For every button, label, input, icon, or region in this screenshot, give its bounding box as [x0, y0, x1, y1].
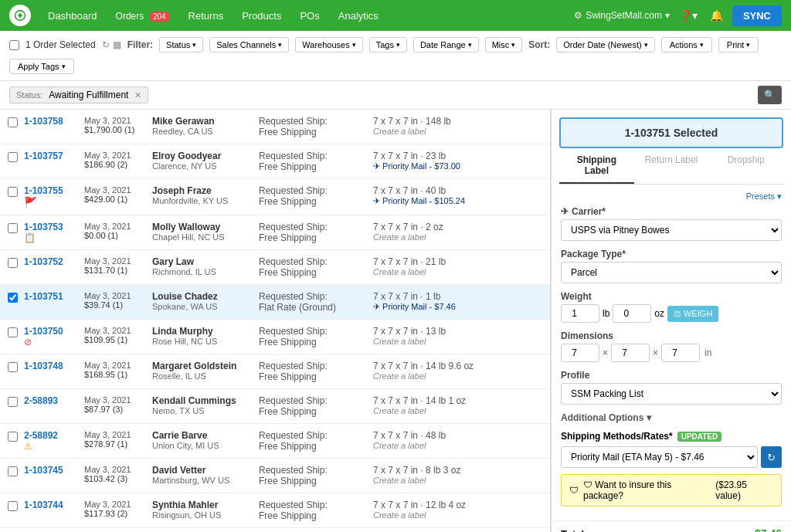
sales-channels-filter[interactable]: Sales Channels: [209, 37, 289, 53]
dim-length-input[interactable]: [561, 344, 599, 362]
order-id: 1-103744: [24, 500, 78, 510]
customer-name: Molly Walloway: [152, 222, 253, 232]
ship-requested: Requested Ship:: [259, 361, 367, 371]
order-row[interactable]: 1-103752 May 3, 2021 $131.70 (1) Gary La…: [0, 250, 550, 285]
ship-requested: Requested Ship:: [259, 116, 367, 127]
order-dims: 7 x 7 x 7 in · 148 lb: [373, 116, 481, 127]
row-checkbox[interactable]: [8, 293, 18, 303]
order-row[interactable]: 1-103755 🚩 May 3, 2021 $429.00 (1) Josep…: [0, 179, 550, 215]
weigh-button[interactable]: ⚖ WEIGH: [667, 306, 718, 322]
weight-lb-input[interactable]: 1: [561, 304, 599, 323]
order-row[interactable]: 1-103744 May 3, 2021 $117.93 (2) Synthia…: [0, 493, 550, 528]
customer-name: Elroy Goodyear: [152, 151, 253, 161]
additional-options-button[interactable]: Additional Options ▾: [561, 412, 651, 423]
order-id: 1-103751: [24, 291, 78, 302]
insurance-row: 🛡 🛡 Want to insure this package? ($23.95…: [561, 474, 782, 507]
row-checkbox[interactable]: [8, 501, 18, 511]
customer-location: Reedley, CA US: [152, 127, 253, 136]
tab-return-label[interactable]: Return Label: [634, 148, 709, 184]
order-row[interactable]: 1-103748 May 3, 2021 $168.95 (1) Margare…: [0, 354, 550, 389]
site-selector[interactable]: ⚙ SwingSetMall.com ▾: [574, 10, 670, 21]
row-checkbox[interactable]: [8, 117, 18, 127]
help-button[interactable]: ❓▾: [676, 6, 701, 25]
order-dims: 7 x 7 x 7 in · 14 lb 9.6 oz: [373, 361, 481, 371]
row-checkbox[interactable]: [8, 223, 18, 233]
order-row[interactable]: 1-103753 📋 May 3, 2021 $0.00 (1) Molly W…: [0, 215, 550, 250]
sync-button[interactable]: SYNC: [732, 5, 782, 26]
ship-method: Free Shipping: [259, 441, 367, 452]
ship-requested: Requested Ship:: [259, 185, 367, 196]
refresh-icon[interactable]: ↻: [102, 39, 110, 50]
presets-button[interactable]: Presets ▾: [746, 191, 782, 202]
customer-location: Munfordville, KY US: [152, 196, 253, 205]
row-checkbox[interactable]: [8, 466, 18, 476]
barcode-icon[interactable]: ▦: [113, 39, 121, 50]
row-checkbox[interactable]: [8, 152, 18, 162]
shipping-methods: Shipping Methods/Rates* UPDATED Priority…: [561, 431, 782, 468]
tab-dropship[interactable]: Dropship: [708, 148, 783, 184]
actions-button[interactable]: Actions: [661, 37, 712, 53]
panel-title: 1-103751 Selected: [559, 117, 783, 148]
nav-dashboard[interactable]: Dashboard: [40, 5, 105, 26]
status-filter[interactable]: Status: [159, 37, 203, 53]
row-checkbox[interactable]: [8, 327, 18, 337]
profile-select[interactable]: SSM Packing List: [561, 383, 782, 405]
order-date: May 3, 2021: [84, 465, 146, 474]
print-button[interactable]: Print: [718, 37, 759, 53]
label-status: ✈ Priority Mail - $105.24: [373, 196, 465, 205]
order-row[interactable]: 1-103758 May 3, 2021 $1,790.00 (1) Mike …: [0, 110, 550, 144]
label-status: Create a label: [373, 127, 426, 136]
customer-location: Chapel Hill, NC US: [152, 232, 253, 242]
date-range-filter[interactable]: Date Range: [413, 37, 479, 53]
tags-filter[interactable]: Tags: [369, 37, 407, 53]
nav-pos[interactable]: POs: [292, 5, 327, 26]
row-checkbox[interactable]: [8, 432, 18, 442]
nav-analytics[interactable]: Analytics: [331, 5, 386, 26]
order-dims: 7 x 7 x 7 in · 40 lb: [373, 185, 481, 196]
sort-selector[interactable]: Order Date (Newest): [556, 37, 654, 53]
misc-filter[interactable]: Misc: [485, 37, 523, 53]
refresh-rates-button[interactable]: ↻: [761, 446, 782, 468]
apply-tags-button[interactable]: Apply Tags: [9, 59, 74, 74]
row-checkbox[interactable]: [8, 258, 18, 268]
carrier-select[interactable]: USPS via Pitney Bowes: [561, 219, 782, 241]
app-logo[interactable]: [9, 5, 31, 26]
label-status: Create a label: [373, 441, 426, 450]
ship-requested: Requested Ship:: [259, 500, 367, 510]
dim-width-input[interactable]: [611, 344, 650, 362]
nav-products[interactable]: Products: [234, 5, 289, 26]
updated-badge: UPDATED: [677, 432, 722, 442]
label-status: Create a label: [373, 371, 426, 381]
select-all-checkbox[interactable]: [9, 40, 19, 50]
shipping-method-select[interactable]: Priority Mail (ETA May 5) - $7.46: [561, 446, 758, 468]
tab-shipping-label[interactable]: Shipping Label: [559, 148, 634, 184]
weight-oz-input[interactable]: 0: [613, 304, 651, 323]
dims-x2: ×: [653, 347, 658, 358]
customer-name: Carrie Barve: [152, 430, 253, 441]
note-icon: 📋: [24, 232, 36, 243]
profile-field: Profile SSM Packing List: [561, 370, 782, 405]
package-type-select[interactable]: Parcel: [561, 262, 782, 283]
dim-height-input[interactable]: [661, 344, 700, 362]
main-content: 1-103758 May 3, 2021 $1,790.00 (1) Mike …: [0, 110, 791, 532]
nav-returns[interactable]: Returns: [181, 5, 232, 26]
order-row[interactable]: 1-103757 May 3, 2021 $186.90 (2) Elroy G…: [0, 144, 550, 179]
order-row[interactable]: 1-103750 ⊘ May 3, 2021 $109.95 (1) Linda…: [0, 320, 550, 354]
remove-status-filter[interactable]: ✕: [134, 90, 141, 100]
row-checkbox[interactable]: [8, 187, 18, 197]
warehouses-filter[interactable]: Warehouses: [295, 37, 362, 53]
ship-requested: Requested Ship:: [259, 326, 367, 337]
row-checkbox[interactable]: [8, 397, 18, 407]
order-dims: 7 x 7 x 7 in · 8 lb 3 oz: [373, 465, 481, 476]
order-row[interactable]: 1-103751 May 3, 2021 $39.74 (1) Louise C…: [0, 285, 550, 320]
order-id: 2-58893: [24, 395, 78, 406]
order-row[interactable]: 2-58892 ⚠ May 3, 2021 $278.97 (1) Carrie…: [0, 424, 550, 459]
customer-name: Joseph Fraze: [152, 185, 253, 196]
ship-method: Free Shipping: [259, 406, 367, 417]
notifications-button[interactable]: 🔔: [707, 6, 726, 25]
nav-orders[interactable]: Orders 204: [108, 5, 178, 26]
row-checkbox[interactable]: [8, 362, 18, 372]
search-button[interactable]: 🔍: [758, 86, 782, 104]
order-row[interactable]: 2-58893 May 3, 2021 $87.97 (3) Kendall C…: [0, 389, 550, 424]
order-row[interactable]: 1-103745 May 3, 2021 $103.42 (3) David V…: [0, 459, 550, 493]
